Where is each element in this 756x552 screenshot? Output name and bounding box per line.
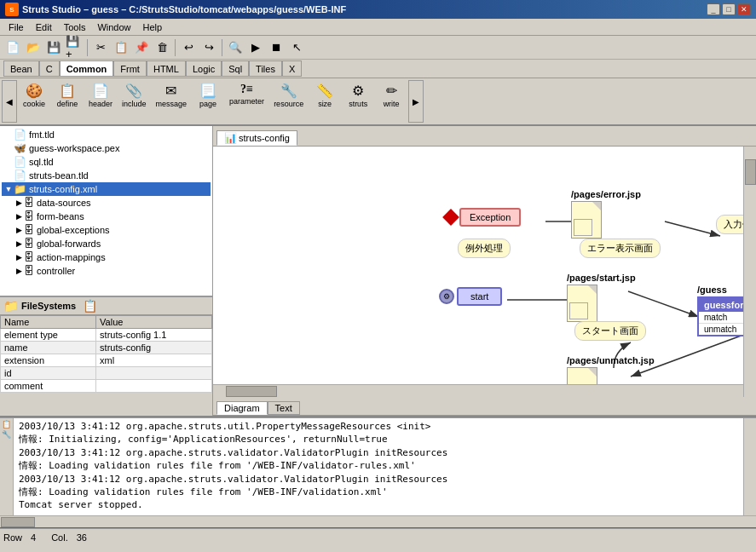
tab-tiles[interactable]: Tiles	[249, 60, 282, 77]
title-bar: S Struts Studio – guess – C:/StrutsStudi…	[0, 0, 756, 19]
exception-node[interactable]: Exception	[445, 208, 521, 227]
vertical-scrollbar[interactable]	[743, 147, 756, 397]
log-line-1: 2003/10/13 3:41:12 org.apache.struts.uti…	[19, 420, 753, 433]
tool-parameter[interactable]: ?≡ parameter	[225, 80, 268, 123]
log-line-7: Tomcat server stopped.	[19, 498, 753, 511]
diagram-tab-active[interactable]: 📊 struts-config	[216, 130, 297, 146]
tool-message[interactable]: ✉ message	[152, 80, 192, 123]
prop-row-elementtype[interactable]: element type struts-config 1.1	[1, 329, 212, 342]
props-title: FileSystems	[21, 301, 76, 311]
minimize-button[interactable]: _	[707, 3, 720, 15]
prop-row-comment[interactable]: comment	[1, 380, 212, 393]
error-cloud: エラー表示画面	[580, 239, 661, 258]
tab-x[interactable]: X	[282, 60, 302, 77]
undo-button[interactable]: ↩	[179, 38, 198, 57]
start-node[interactable]: ⚙ start	[439, 287, 502, 306]
tab-sql[interactable]: Sql	[222, 60, 249, 77]
pages-start-node: /pages/start.jsp	[567, 273, 636, 324]
tab-text[interactable]: Text	[268, 401, 300, 415]
tab-diagram[interactable]: Diagram	[216, 401, 268, 415]
cursor-button[interactable]: ↖	[287, 38, 306, 57]
tree-item-sql[interactable]: 📄 sql.tld	[2, 155, 211, 169]
paste-button[interactable]: 📌	[132, 38, 151, 57]
prop-row-name[interactable]: name struts-config	[1, 342, 212, 354]
tool-struts[interactable]: ⚙ struts	[342, 80, 374, 123]
close-button[interactable]: ✕	[737, 3, 751, 15]
tool-include[interactable]: 📎 include	[118, 80, 151, 123]
tool-page[interactable]: 📃 page	[192, 80, 224, 123]
menu-help[interactable]: Help	[138, 21, 168, 33]
log-line-3: 2003/10/13 3:41:12 org.apache.struts.val…	[19, 446, 753, 459]
horizontal-scrollbar[interactable]	[213, 384, 743, 397]
tab-html[interactable]: HTML	[147, 60, 186, 77]
tree-item-strutsbean[interactable]: 📄 struts-bean.tld	[2, 169, 211, 182]
window-controls[interactable]: _ □ ✕	[707, 3, 751, 15]
menu-tools[interactable]: Tools	[59, 21, 91, 33]
properties-panel: 📁 FileSystems 📋 Name Value element type …	[0, 296, 212, 416]
pages-error-node: /pages/error.jsp	[571, 189, 641, 240]
stop-button[interactable]: ⏹	[267, 38, 286, 57]
menu-file[interactable]: File	[3, 21, 29, 33]
log-icon-1[interactable]: 📋	[2, 420, 11, 428]
search-button[interactable]: 🔍	[226, 38, 245, 57]
tool-resource[interactable]: 🔧 resource	[269, 80, 308, 123]
guess-label: /guess	[697, 285, 727, 295]
diagram-arrows	[213, 147, 756, 397]
status-row-value: 4	[31, 532, 36, 543]
tree-item-strutsconfig[interactable]: ▼ 📁 struts-config.xml	[2, 182, 211, 196]
prev-nav-button[interactable]: ◀	[2, 80, 17, 123]
copy-button[interactable]: 📋	[112, 38, 130, 57]
status-bar: Row 4 Col. 36	[0, 528, 756, 545]
status-row-label: Row	[3, 532, 22, 543]
tab-logic[interactable]: Logic	[186, 60, 222, 77]
start-cloud: スタート画面	[574, 321, 646, 341]
app-icon: S	[5, 3, 19, 16]
tree-item-datasources[interactable]: ▶ 🗄 data-sources	[2, 196, 211, 210]
log-scrollbar[interactable]	[743, 418, 756, 515]
tool-write[interactable]: ✏ write	[375, 80, 407, 123]
tab-frmt[interactable]: Frmt	[113, 60, 147, 77]
open-button[interactable]: 📂	[24, 38, 43, 57]
tab-common[interactable]: Common	[60, 60, 114, 77]
tree-item-controller[interactable]: ▶ 🗄 controller	[2, 264, 211, 278]
tab-bean[interactable]: Bean	[3, 60, 39, 77]
tree-item-formbeans[interactable]: ▶ 🗄 form-beans	[2, 210, 211, 223]
menu-bar: File Edit Tools Window Help	[0, 19, 756, 36]
delete-button[interactable]: 🗑	[153, 38, 171, 57]
menu-edit[interactable]: Edit	[31, 21, 57, 33]
props-header: 📁 FileSystems 📋	[0, 297, 212, 315]
run-button[interactable]: ▶	[246, 38, 265, 57]
tab-c[interactable]: C	[39, 60, 60, 77]
maximize-button[interactable]: □	[722, 3, 736, 15]
cut-button[interactable]: ✂	[91, 38, 110, 57]
tree-item-fmt[interactable]: 📄 fmt.tld	[2, 128, 211, 141]
col-name: Name	[1, 316, 96, 329]
log-icon-2[interactable]: 🔧	[2, 430, 11, 439]
save-button[interactable]: 💾	[44, 38, 63, 57]
log-panel: 📋 🔧 2003/10/13 3:41:12 org.apache.struts…	[0, 417, 756, 515]
log-line-5: 2003/10/13 3:41:12 org.apache.struts.val…	[19, 473, 753, 486]
tool-define[interactable]: 📋 define	[51, 80, 84, 123]
sep1	[87, 39, 88, 56]
menu-window[interactable]: Window	[92, 21, 136, 33]
save-all-button[interactable]: 💾+	[65, 38, 84, 57]
tree-item-globalfwd[interactable]: ▶ 🗄 global-forwards	[2, 237, 211, 250]
status-col-value: 36	[77, 532, 87, 543]
next-nav-button[interactable]: ▶	[408, 80, 424, 123]
redo-button[interactable]: ↪	[199, 38, 218, 57]
tool-size[interactable]: 📏 size	[309, 80, 341, 123]
new-button[interactable]: 📄	[3, 38, 22, 57]
exception-cloud: 例外処理	[458, 239, 511, 258]
tree-item-globalexc[interactable]: ▶ 🗄 global-exceptions	[2, 223, 211, 237]
toolbar-row-1: 📄 📂 💾 💾+ ✂ 📋 📌 🗑 ↩ ↪ 🔍 ▶ ⏹ ↖	[0, 36, 756, 60]
prop-row-id[interactable]: id	[1, 367, 212, 380]
tree-item-actionmappings[interactable]: ▶ 🗄 action-mappings	[2, 250, 211, 264]
col-value: Value	[96, 316, 212, 329]
tool-cookie[interactable]: 🍪 cookie	[18, 80, 50, 123]
log-hscrollbar[interactable]	[0, 515, 756, 527]
tool-header[interactable]: 📄 header	[84, 80, 117, 123]
log-line-2: 情報: Initializing, config='ApplicationRes…	[19, 433, 753, 446]
prop-row-extension[interactable]: extension xml	[1, 354, 212, 367]
diagram-canvas[interactable]: Exception 例外処理 /pages/error.jsp エラー表示画面 …	[213, 147, 756, 397]
tree-item-workspace[interactable]: 🦋 guess-workspace.pex	[2, 141, 211, 155]
